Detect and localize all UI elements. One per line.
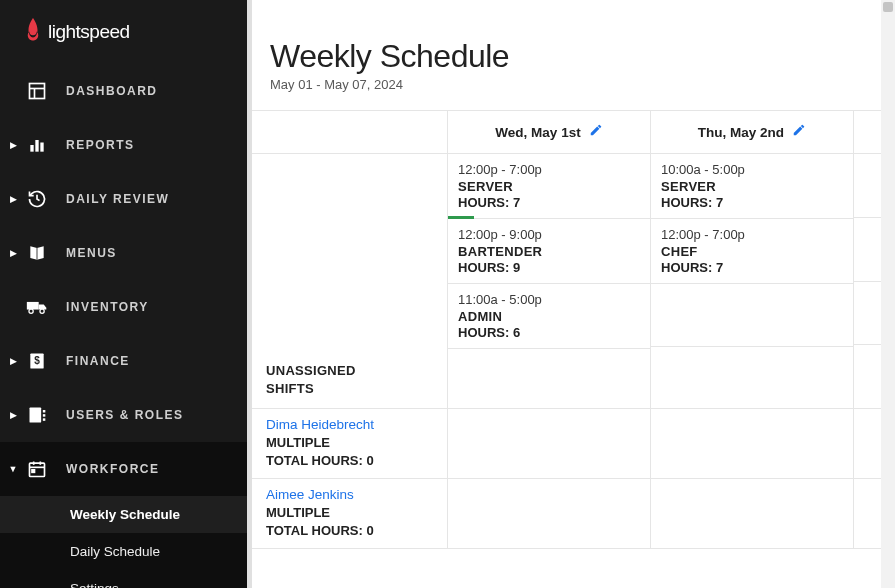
nav-item-reports[interactable]: ▶ REPORTS [0,118,247,172]
history-icon [26,188,48,210]
employee-row-header: Aimee Jenkins MULTIPLE TOTAL HOURS: 0 [252,479,447,549]
nav-label: MENUS [66,246,117,260]
nav-item-menus[interactable]: ▶ MENUS [0,226,247,280]
page-subtitle: May 01 - May 07, 2024 [270,77,895,92]
svg-rect-20 [32,470,35,473]
nav-item-workforce[interactable]: ▼ WORKFORCE [0,442,247,496]
main-content: Weekly Schedule May 01 - May 07, 2024 We… [247,0,895,588]
shift-role: SERVER [661,179,843,194]
shift-time: 12:00p - 9:00p [458,227,640,242]
nav-label: DAILY REVIEW [66,192,169,206]
subnav-settings[interactable]: Settings [0,570,247,588]
svg-rect-5 [40,143,43,152]
employee-name-link[interactable]: Aimee Jenkins [266,487,433,502]
shift-card[interactable]: 11:00a - 5:00p ADMIN HOURS: 6 [447,284,650,349]
shift-time: 12:00p - 7:00p [661,227,843,242]
caret-right-icon: ▶ [8,356,18,366]
shift-card[interactable]: 12:00p - 7:00p SERVER HOURS: 7 [447,154,650,219]
svg-point-8 [29,309,33,313]
flame-icon [24,18,42,46]
employee-row-header: Dima Heidebrecht MULTIPLE TOTAL HOURS: 0 [252,409,447,479]
svg-rect-0 [30,84,45,99]
logo[interactable]: lightspeed [0,0,247,58]
employee-shift-cell[interactable] [650,479,853,549]
shift-role: CHEF [661,244,843,259]
page-title: Weekly Schedule [270,38,895,75]
users-icon [26,404,48,426]
edit-icon[interactable] [589,123,603,141]
dashboard-icon [26,80,48,102]
svg-rect-4 [35,140,38,152]
sidebar: lightspeed DASHBOARD ▶ REPORTS ▶ DAILY R… [0,0,247,588]
day-label: Thu, May 2nd [698,125,784,140]
unassigned-row-header: UNASSIGNED SHIFTS [252,154,447,409]
shift-hours: HOURS: 7 [458,195,640,210]
nav-label: DASHBOARD [66,84,158,98]
employee-type: MULTIPLE [266,505,433,520]
unassigned-label-1: UNASSIGNED [266,362,433,380]
svg-rect-15 [43,418,46,421]
nav-item-dashboard[interactable]: DASHBOARD [0,64,247,118]
bar-chart-icon [26,134,48,156]
shift-role: SERVER [458,179,640,194]
empty-shift-cell[interactable] [650,347,853,410]
header-spacer [252,110,447,154]
caret-down-icon: ▼ [8,464,18,474]
shift-card[interactable]: 10:00a - 5:00p SERVER HOURS: 7 [650,154,853,219]
nav-label: FINANCE [66,354,130,368]
nav-item-users-roles[interactable]: ▶ USERS & ROLES [0,388,247,442]
nav-item-finance[interactable]: ▶ $ FINANCE [0,334,247,388]
nav-label: WORKFORCE [66,462,160,476]
day-header-thu[interactable]: Thu, May 2nd [650,110,853,154]
caret-right-icon: ▶ [8,140,18,150]
subnav-daily-schedule[interactable]: Daily Schedule [0,533,247,570]
shift-time: 12:00p - 7:00p [458,162,640,177]
employee-shift-cell[interactable] [650,409,853,479]
caret-right-icon: ▶ [8,248,18,258]
shift-hours: HOURS: 7 [661,195,843,210]
shift-time: 10:00a - 5:00p [661,162,843,177]
day-label: Wed, May 1st [495,125,580,140]
nav-label: USERS & ROLES [66,408,184,422]
subnav-workforce: Weekly Schedule Daily Schedule Settings [0,496,247,588]
svg-rect-7 [27,302,39,310]
subnav-weekly-schedule[interactable]: Weekly Schedule [0,496,247,533]
shift-role: BARTENDER [458,244,640,259]
svg-text:$: $ [34,355,40,366]
empty-shift-cell[interactable] [447,349,650,409]
logo-text: lightspeed [48,21,130,43]
employee-shift-cell[interactable] [447,479,650,549]
caret-right-icon: ▶ [8,410,18,420]
shift-hours: HOURS: 6 [458,325,640,340]
shift-hours: HOURS: 9 [458,260,640,275]
shift-time: 11:00a - 5:00p [458,292,640,307]
svg-rect-14 [43,414,46,417]
empty-shift-cell[interactable] [650,284,853,347]
shift-hours: HOURS: 7 [661,260,843,275]
calendar-icon [26,458,48,480]
nav-label: INVENTORY [66,300,149,314]
schedule-grid: Wed, May 1st Thu, May 2nd UNASSI [252,110,895,549]
nav: DASHBOARD ▶ REPORTS ▶ DAILY REVIEW ▶ MEN… [0,58,247,588]
nav-label: REPORTS [66,138,135,152]
unassigned-col-wed: 12:00p - 7:00p SERVER HOURS: 7 12:00p - … [447,154,650,409]
employee-shift-cell[interactable] [447,409,650,479]
scrollbar[interactable] [881,0,895,588]
edit-icon[interactable] [792,123,806,141]
svg-rect-12 [30,408,42,423]
truck-icon [26,296,48,318]
employee-total-hours: TOTAL HOURS: 0 [266,453,433,468]
unassigned-label-2: SHIFTS [266,380,433,398]
unassigned-col-thu: 10:00a - 5:00p SERVER HOURS: 7 12:00p - … [650,154,853,409]
day-header-wed[interactable]: Wed, May 1st [447,110,650,154]
svg-rect-3 [30,145,33,152]
nav-item-daily-review[interactable]: ▶ DAILY REVIEW [0,172,247,226]
money-icon: $ [26,350,48,372]
employee-type: MULTIPLE [266,435,433,450]
book-icon [26,242,48,264]
nav-item-inventory[interactable]: INVENTORY [0,280,247,334]
caret-right-icon: ▶ [8,194,18,204]
shift-card[interactable]: 12:00p - 9:00p BARTENDER HOURS: 9 [447,219,650,284]
employee-name-link[interactable]: Dima Heidebrecht [266,417,433,432]
shift-card[interactable]: 12:00p - 7:00p CHEF HOURS: 7 [650,219,853,284]
